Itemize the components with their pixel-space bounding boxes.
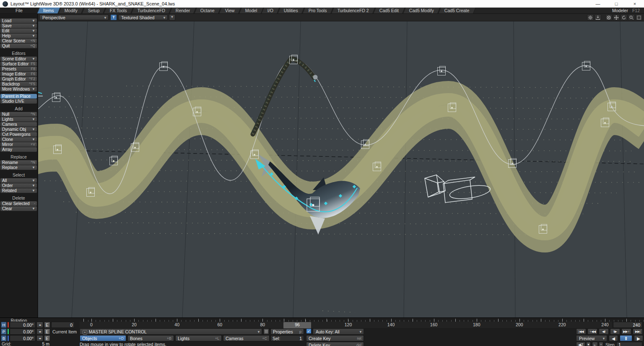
tab-view[interactable]: View <box>219 8 241 13</box>
tab-pro-tools[interactable]: Pro Tools <box>302 8 333 13</box>
sidebar-item-save[interactable]: Save▼ <box>0 23 37 28</box>
sidebar-item-parent-in-place[interactable]: Parent in Place <box>0 94 37 99</box>
auto-key-dropdown[interactable]: Auto Key: All Channels▼ <box>313 328 364 335</box>
sidebar-item-clone[interactable]: Clone▼ <box>0 137 37 142</box>
tab-utilities[interactable]: Utilities <box>278 8 305 13</box>
undo-dropdown[interactable]: ▼ <box>586 342 591 346</box>
tab-i-o[interactable]: I/O <box>262 8 280 13</box>
next-frame-button[interactable]: ‖▶ <box>610 328 620 335</box>
play-forward-button[interactable]: ▶ <box>634 335 643 341</box>
tab-modify[interactable]: Modify <box>58 8 84 13</box>
properties-button[interactable]: Propertiesp <box>270 328 304 335</box>
sidebar-item-clear[interactable]: Clear▼ <box>0 206 37 211</box>
sidebar-item-cvt-powergons[interactable]: Cvt Powergons <box>0 132 37 137</box>
sidebar-item-load[interactable]: Load▼ <box>0 18 37 23</box>
shading-icon[interactable]: T <box>110 14 117 21</box>
tab-cad5-modify[interactable]: Cad5 Modify <box>403 8 440 13</box>
tab-setup[interactable]: Setup <box>82 8 106 13</box>
undo-button[interactable]: ◀Z <box>576 342 585 346</box>
rotation-b-field[interactable]: 0.00° <box>10 335 36 341</box>
previous-frame-button[interactable]: ◀‖ <box>599 328 609 335</box>
rotation-p-field[interactable]: 0.00° <box>10 328 36 335</box>
item-list-icon[interactable] <box>263 328 269 335</box>
gear-icon[interactable] <box>587 14 594 21</box>
sidebar-item-array[interactable]: Array <box>0 147 37 152</box>
sidebar-item-image-editor[interactable]: Image EditorF6 <box>0 72 37 76</box>
redo-dropdown[interactable]: ▼ <box>599 342 603 346</box>
zoom-view-icon[interactable] <box>628 14 635 21</box>
minimize-button[interactable]: — <box>589 1 607 6</box>
tab-fx-tools[interactable]: FX Tools <box>104 8 133 13</box>
start-frame-field[interactable]: 0 <box>51 322 75 328</box>
sidebar-item-presets[interactable]: PresetsF8 <box>0 67 37 71</box>
tab-render[interactable]: Render <box>169 8 196 13</box>
sidebar-item-clear-scene[interactable]: Clear Scene+N <box>0 39 37 43</box>
pause-button[interactable]: ‖ <box>620 335 632 341</box>
sidebar-item-surface-editor[interactable]: Surface EditorF5 <box>0 62 37 66</box>
envelope-button[interactable]: E <box>44 322 50 328</box>
modeler-button[interactable]: Modeler <box>608 8 632 13</box>
sidebar-item-all[interactable]: All▼ <box>0 178 37 183</box>
view-type-dropdown[interactable]: Perspective▼ <box>39 15 109 20</box>
close-button[interactable]: × <box>626 1 644 6</box>
play-reverse-button[interactable]: ◀ <box>609 335 618 341</box>
go-last-frame-button[interactable]: ▶▶| <box>633 328 643 335</box>
previous-key-button[interactable]: ♀◀◀ <box>587 328 597 335</box>
envelope-button[interactable]: E <box>44 328 50 335</box>
save-view-icon[interactable] <box>595 14 601 21</box>
center-item-icon[interactable] <box>605 14 612 21</box>
null-object[interactable] <box>160 62 168 71</box>
envelope-button[interactable]: E <box>44 335 50 341</box>
tab-turbulencefd[interactable]: TurbulenceFD <box>131 8 171 13</box>
create-key-button[interactable]: Create Keyret <box>306 335 364 341</box>
sidebar-item-replace[interactable]: Replace▼ <box>0 165 37 170</box>
sidebar-item-scene-editor[interactable]: Scene Editor▼ <box>0 57 37 61</box>
tab-file[interactable]: File <box>0 8 38 13</box>
sidebar-item-studio-live[interactable]: Studio LIVE <box>0 99 37 104</box>
3d-viewport[interactable] <box>38 21 644 317</box>
tab-cad5-create[interactable]: Cad5 Create <box>438 8 475 13</box>
sidebar-item-graph-editor[interactable]: Graph Editor^F2 <box>0 77 37 81</box>
auto-key-checkbox[interactable]: ✓ <box>306 328 312 334</box>
sidebar-item-order[interactable]: Order▼ <box>0 183 37 188</box>
item-type-objects-button[interactable]: Objects+O <box>80 335 126 341</box>
shading-mode-dropdown[interactable]: Textured Shaded Solid▼ <box>118 15 168 20</box>
sidebar-item-null[interactable]: Null^N <box>0 112 37 117</box>
next-key-button[interactable]: ▶▶♀ <box>621 328 631 335</box>
sidebar-item-camera[interactable]: Camera <box>0 122 37 127</box>
sidebar-item-rename[interactable]: Rename^N <box>0 160 37 165</box>
item-type-lights-button[interactable]: Lights+L <box>175 335 222 341</box>
maximize-button[interactable]: □ <box>607 1 626 6</box>
preview-dropdown[interactable]: Preview▼ <box>576 335 607 341</box>
mini-slider-icon[interactable]: ◂▸ <box>36 335 43 341</box>
sidebar-item-backdrop[interactable]: Backdrop^F5 <box>0 82 37 86</box>
mini-slider-icon[interactable]: ◂▸ <box>36 322 43 328</box>
sidebar-item-dynamic-obj[interactable]: Dynamic Obj▼ <box>0 127 37 132</box>
timeline-ruler[interactable]: 020406080100120140160180200220240 96 <box>80 322 612 328</box>
null-object[interactable] <box>438 66 446 75</box>
sidebar-item-edit[interactable]: Edit▼ <box>0 29 37 33</box>
rotation-h-field[interactable]: 0.00° <box>10 322 36 328</box>
timeline-ticks[interactable] <box>80 318 644 322</box>
step-field[interactable]: 1 <box>616 342 642 346</box>
tab-model[interactable]: Model <box>239 8 263 13</box>
tab-octane[interactable]: Octane <box>194 8 221 13</box>
current-frame-handle[interactable]: 96 <box>283 322 312 329</box>
item-type-bones-button[interactable]: Bones+B <box>127 335 174 341</box>
end-frame-field[interactable]: 240 <box>613 322 642 328</box>
sidebar-item-lights[interactable]: Lights▼ <box>0 117 37 122</box>
sidebar-item-clear-selected[interactable]: Clear Selected- <box>0 201 37 206</box>
sidebar-item-more-windows[interactable]: More Windows▼ <box>0 87 37 91</box>
current-item-dropdown[interactable]: +MASTER SPLINE CONTROL▼ <box>80 328 262 335</box>
maximize-pane-icon[interactable] <box>636 14 642 21</box>
delete-key-button[interactable]: Delete Keydel <box>306 342 364 346</box>
sidebar-item-help[interactable]: Help▼ <box>0 34 37 38</box>
go-first-frame-button[interactable]: |◀◀ <box>576 328 586 335</box>
viewport-options-dropdown[interactable]: ▼ <box>169 14 175 21</box>
tab-items[interactable]: Items <box>37 8 60 13</box>
sidebar-item-related[interactable]: Related▼ <box>0 188 37 193</box>
sidebar-item-mirror[interactable]: Mirror+V <box>0 142 37 147</box>
item-type-cameras-button[interactable]: Cameras+C <box>223 335 270 341</box>
sidebar-item-quit[interactable]: Quit+Q <box>0 44 37 48</box>
tab-cad5-edit[interactable]: Cad5 Edit <box>373 8 405 13</box>
